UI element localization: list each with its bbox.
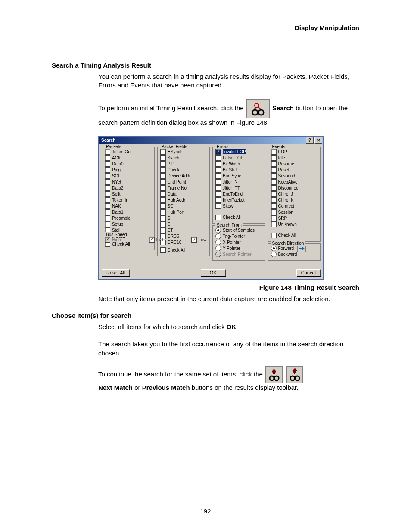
legend-search-from: Search From (215, 223, 243, 227)
event-checkbox[interactable] (271, 173, 277, 179)
error-checkbox[interactable] (215, 173, 221, 179)
radio-search-from[interactable] (215, 240, 221, 245)
event-checkbox[interactable] (271, 179, 277, 185)
text: To perform an initial Timing Result sear… (98, 104, 246, 111)
packet-field-checkbox[interactable] (160, 215, 166, 221)
list-item: Resume (271, 161, 318, 167)
packet-checkbox[interactable] (105, 149, 110, 155)
checkbox-events-checkall[interactable] (271, 233, 277, 238)
text: Select all items for which to search and… (98, 323, 227, 330)
packet-field-checkbox[interactable] (160, 155, 166, 161)
list-item: NAK (105, 203, 152, 209)
packet-checkbox[interactable] (105, 197, 110, 203)
error-checkbox[interactable] (215, 155, 221, 161)
error-checkbox[interactable] (215, 197, 221, 203)
packet-field-checkbox[interactable] (160, 197, 166, 203)
label: Token In (112, 198, 128, 202)
error-checkbox[interactable] (215, 191, 221, 197)
packet-field-checkbox[interactable] (160, 179, 166, 185)
label: Preamble (112, 216, 131, 221)
label: Invalid EOP (223, 149, 246, 154)
radio-search-from[interactable] (215, 246, 221, 251)
packet-field-checkbox[interactable] (160, 203, 166, 209)
error-checkbox[interactable] (215, 161, 221, 167)
packet-checkbox[interactable] (105, 161, 110, 167)
packet-checkbox[interactable] (105, 203, 110, 209)
reset-all-button[interactable]: Reset All (102, 269, 130, 276)
label: Data2 (112, 186, 124, 190)
list-item: Chirp_K (271, 197, 318, 203)
event-checkbox[interactable] (271, 197, 277, 203)
list-item: Data1 (105, 209, 152, 215)
label: EOP (278, 149, 287, 154)
radio-search-from[interactable] (215, 233, 221, 239)
event-checkbox[interactable] (271, 191, 277, 197)
list-item: Bad Sync (215, 173, 262, 179)
packet-field-checkbox[interactable] (160, 191, 166, 197)
para-note: Note that only items present in the curr… (98, 295, 359, 303)
svg-line-1 (258, 107, 261, 109)
error-checkbox[interactable] (215, 167, 221, 173)
label: UnKnown (278, 222, 297, 227)
titlebar[interactable]: Search ? ✕ (99, 137, 323, 144)
radio-forward[interactable] (271, 246, 277, 251)
checkbox-packet-fields-checkall[interactable] (160, 247, 166, 253)
packet-field-checkbox[interactable] (160, 161, 166, 167)
event-checkbox[interactable] (271, 167, 277, 173)
error-checkbox[interactable] (215, 179, 221, 185)
event-checkbox[interactable] (271, 155, 277, 161)
group-errors: Errors Invalid EOPFalse EOPBit WidthBit … (212, 147, 265, 224)
list-item: Connect (271, 203, 318, 209)
checkbox-bus-low[interactable] (191, 237, 197, 243)
label: Data1 (112, 210, 124, 215)
event-checkbox[interactable] (271, 209, 277, 215)
page-header: Display Manipulation (52, 24, 359, 31)
packet-checkbox[interactable] (105, 179, 110, 185)
event-checkbox[interactable] (271, 185, 277, 191)
list-item: ACK (105, 155, 152, 161)
packet-field-checkbox[interactable] (160, 185, 166, 191)
event-checkbox[interactable] (271, 215, 277, 221)
packet-checkbox[interactable] (105, 185, 110, 191)
packet-checkbox[interactable] (105, 209, 110, 215)
list-item: False EOP (215, 155, 262, 161)
packet-field-checkbox[interactable] (160, 149, 166, 155)
help-button[interactable]: ? (306, 137, 314, 144)
label: Idle (278, 156, 285, 160)
error-checkbox[interactable] (215, 149, 221, 155)
error-checkbox[interactable] (215, 185, 221, 191)
label: NYet (112, 180, 121, 184)
event-checkbox[interactable] (271, 161, 277, 167)
svg-point-3 (258, 110, 264, 115)
error-checkbox[interactable] (215, 203, 221, 209)
packet-field-checkbox[interactable] (160, 167, 166, 173)
list-item: Device Addr (160, 173, 207, 179)
packet-checkbox[interactable] (105, 155, 110, 161)
radio-search-from (215, 252, 221, 257)
svg-point-7 (274, 376, 279, 380)
cancel-button[interactable]: Cancel (296, 269, 321, 276)
label: Bit Width (223, 162, 240, 166)
event-checkbox[interactable] (271, 149, 277, 155)
event-checkbox[interactable] (271, 221, 277, 227)
packet-checkbox[interactable] (105, 191, 110, 197)
packet-checkbox[interactable] (105, 167, 110, 173)
packet-checkbox[interactable] (105, 221, 110, 227)
ok-button[interactable]: OK (201, 269, 226, 276)
label: HSynch (168, 149, 183, 154)
radio-search-from[interactable] (215, 227, 221, 233)
list-item: Check (160, 167, 207, 173)
checkbox-errors-checkall[interactable] (215, 215, 221, 220)
label: Chirp_K (278, 198, 294, 202)
packet-checkbox[interactable] (105, 173, 110, 179)
close-button[interactable]: ✕ (314, 137, 322, 144)
event-checkbox[interactable] (271, 203, 277, 209)
packet-field-checkbox[interactable] (160, 209, 166, 215)
label: Ping (112, 168, 121, 172)
radio-backward[interactable] (271, 252, 277, 257)
packet-field-checkbox[interactable] (160, 221, 166, 227)
packet-field-checkbox[interactable] (160, 227, 166, 233)
packet-field-checkbox[interactable] (160, 173, 166, 179)
packet-checkbox[interactable] (105, 215, 110, 221)
checkbox-bus-full[interactable] (149, 237, 155, 243)
